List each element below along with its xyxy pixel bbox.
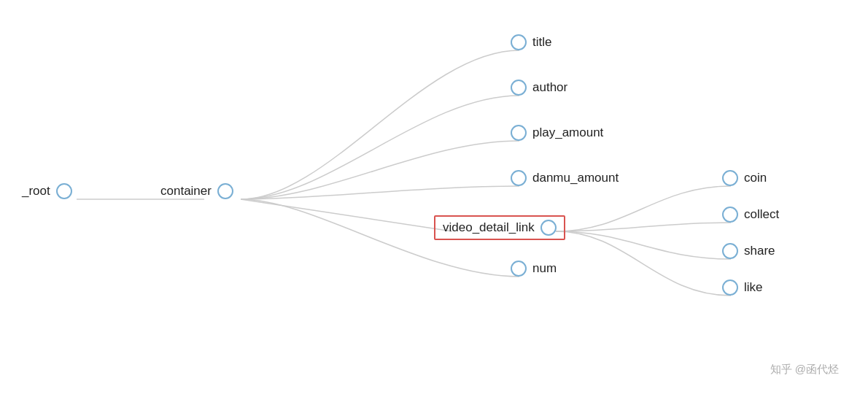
title-circle <box>511 34 527 50</box>
node-coin: coin <box>722 170 767 186</box>
node-root: _root <box>22 183 72 199</box>
node-like: like <box>722 280 763 296</box>
node-share: share <box>722 243 775 259</box>
node-danmu-amount: danmu_amount <box>511 170 619 186</box>
collect-circle <box>722 207 738 223</box>
danmu-amount-circle <box>511 170 527 186</box>
node-num: num <box>511 261 557 277</box>
play-amount-circle <box>511 125 527 141</box>
node-title: title <box>511 34 551 50</box>
root-circle <box>56 183 72 199</box>
video-detail-link-box: video_detail_link <box>434 215 565 240</box>
node-video-detail-link: video_detail_link <box>434 215 565 240</box>
node-collect: collect <box>722 207 779 223</box>
node-play-amount: play_amount <box>511 125 603 141</box>
author-circle <box>511 80 527 96</box>
container-circle <box>217 183 233 199</box>
svg-line-1 <box>241 199 452 231</box>
num-circle <box>511 261 527 277</box>
node-author: author <box>511 80 567 96</box>
diagram: _root container title author play_amount… <box>0 0 868 397</box>
video-detail-link-circle <box>540 220 557 236</box>
like-circle <box>722 280 738 296</box>
share-circle <box>722 243 738 259</box>
watermark: 知乎 @函代烃 <box>770 363 839 377</box>
node-container: container <box>160 183 233 199</box>
coin-circle <box>722 170 738 186</box>
